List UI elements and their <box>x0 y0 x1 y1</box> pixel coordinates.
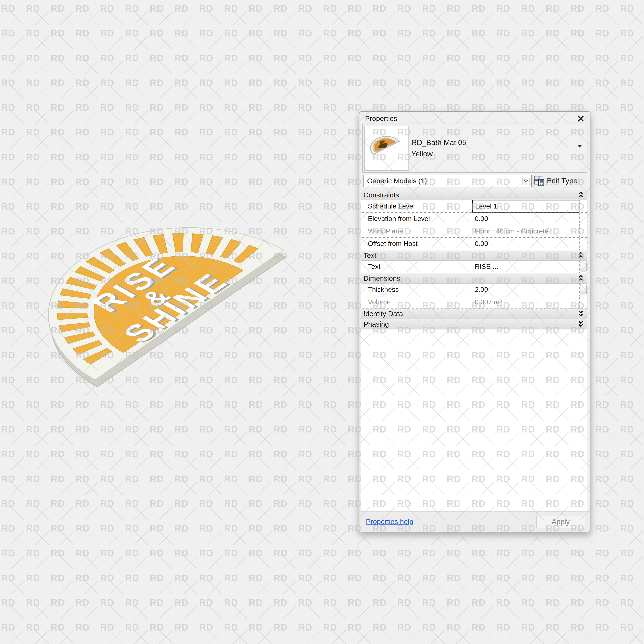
edit-type-icon <box>534 175 545 186</box>
category-filter-value: Generic Models (1) <box>367 175 427 187</box>
section-label: Constraints <box>363 191 399 199</box>
row-gutter <box>579 200 587 212</box>
row-gutter <box>579 296 587 308</box>
collapse-section-icon[interactable] <box>578 252 584 259</box>
row-gutter <box>579 261 587 273</box>
property-row: Elevation from Level0.00 <box>361 213 587 225</box>
property-label: Thickness <box>361 284 472 296</box>
property-value: 0.00 <box>475 240 488 247</box>
canvas: { "watermark": { "text": "RD" }, "mat": … <box>0 0 644 644</box>
value-options-button[interactable] <box>580 285 587 294</box>
type-thumbnail-image <box>367 133 406 163</box>
section-label: Dimensions <box>363 274 400 282</box>
property-value: 0.007 m³ <box>475 298 502 306</box>
property-value-cell: 0.007 m³ <box>472 296 579 308</box>
type-dropdown-icon[interactable] <box>577 144 582 148</box>
close-icon[interactable] <box>577 115 585 123</box>
properties-palette: Properties RD_Bath Mat 05 Yellow Generic… <box>359 111 590 532</box>
property-row: TextRISE ... <box>361 261 587 273</box>
property-row: Schedule LevelLevel 1 <box>361 200 587 213</box>
category-filter-dropdown[interactable]: Generic Models (1) <box>363 175 532 187</box>
palette-footer: Properties help Apply <box>359 511 590 532</box>
edit-type-button[interactable]: Edit Type <box>534 174 578 188</box>
row-gutter <box>579 284 587 296</box>
collapse-section-icon[interactable] <box>578 191 584 199</box>
bath-mat-render: RISE & SHINE RISE & SHINE <box>36 217 310 398</box>
type-thumbnail <box>364 126 409 171</box>
property-value-cell[interactable]: 2.00 <box>472 284 579 296</box>
property-row: Volume0.007 m³ <box>361 296 587 309</box>
property-label: Work Plane <box>361 225 472 237</box>
section-header-text[interactable]: Text <box>361 250 587 261</box>
apply-button[interactable]: Apply <box>536 516 585 528</box>
section-header-constraints[interactable]: Constraints <box>361 190 587 200</box>
collapse-section-icon[interactable] <box>578 275 584 282</box>
properties-help-link[interactable]: Properties help <box>366 518 413 526</box>
property-value-cell[interactable]: Level 1 <box>472 200 579 213</box>
family-name: RD_Bath Mat 05 <box>411 138 466 147</box>
section-label: Identity Data <box>363 310 403 318</box>
palette-title: Properties <box>365 114 397 123</box>
expand-section-icon[interactable] <box>578 320 584 328</box>
value-options-button[interactable] <box>580 262 587 271</box>
property-row: Work PlaneFloor : 40 cm - Concrete <box>361 225 587 238</box>
chevron-down-icon <box>523 179 529 183</box>
section-header-dimensions[interactable]: Dimensions <box>361 273 587 284</box>
section-header-phasing[interactable]: Phasing <box>361 319 587 329</box>
property-value: 2.00 <box>475 286 488 293</box>
property-value-cell[interactable]: 0.00 <box>472 213 579 225</box>
property-label: Elevation from Level <box>361 213 472 225</box>
section-header-identity-data[interactable]: Identity Data <box>361 309 587 319</box>
row-gutter <box>579 213 587 225</box>
row-gutter <box>579 238 587 250</box>
property-label: Schedule Level <box>361 200 472 212</box>
property-value-cell: Floor : 40 cm - Concrete <box>472 225 579 237</box>
property-value-cell[interactable]: RISE ... <box>472 261 579 273</box>
property-value: Level 1 <box>475 202 497 210</box>
property-label: Offset from Host <box>361 238 472 250</box>
section-label: Phasing <box>363 320 389 328</box>
type-name: Yellow <box>411 150 433 158</box>
type-selector-header[interactable]: RD_Bath Mat 05 Yellow <box>362 124 587 173</box>
row-gutter <box>579 225 587 237</box>
property-value: Floor : 40 cm - Concrete <box>475 227 549 235</box>
property-value: RISE ... <box>475 263 498 270</box>
property-value: 0.00 <box>475 215 488 222</box>
section-label: Text <box>363 251 376 259</box>
property-label: Text <box>361 261 472 273</box>
property-value-cell[interactable]: 0.00 <box>472 238 579 250</box>
edit-type-label: Edit Type <box>547 177 578 185</box>
property-label: Volume <box>361 296 472 308</box>
property-row: Thickness2.00 <box>361 284 587 296</box>
property-row: Offset from Host0.00 <box>361 238 587 250</box>
expand-section-icon[interactable] <box>578 310 584 318</box>
property-grid: ConstraintsSchedule LevelLevel 1Elevatio… <box>361 190 587 511</box>
